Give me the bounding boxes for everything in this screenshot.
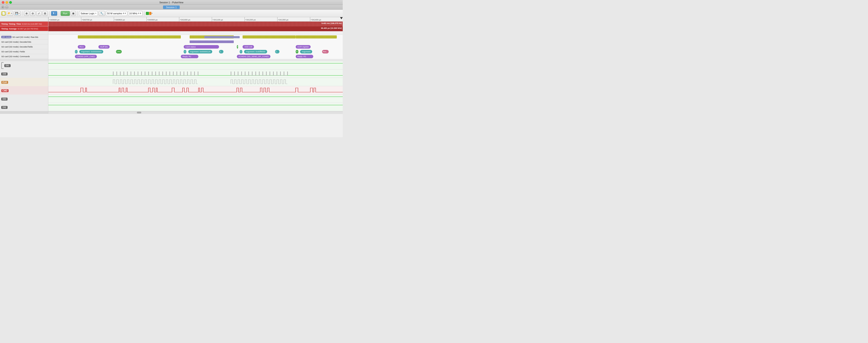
- timing-avg-label: Timing: Average: [1, 28, 17, 30]
- ruler-mark-4: +341000 μs: [180, 19, 190, 21]
- ruler-tick-5: +341100 μs: [212, 17, 223, 22]
- ruler-tick-0: +340600 μs: [48, 17, 59, 22]
- cmd-svg: [48, 86, 343, 94]
- stop-button[interactable]: ▩: [71, 11, 76, 16]
- open-chevron-icon: ▾: [11, 12, 12, 14]
- d02-label-area: D02: [0, 103, 48, 112]
- sdmode-label-area: (SD mode) SD card (SD mode): Raw bits: [0, 35, 48, 39]
- cmd-badge: CMD: [1, 89, 8, 92]
- sample-rate-value: 16 MHz: [129, 12, 137, 15]
- d00-label-area: D00: [0, 69, 48, 78]
- sdmode-fields-label: SD card (SD mode): Decoded fields: [1, 46, 33, 48]
- pill-c3: C: [240, 50, 242, 53]
- d01-bracket: [1, 62, 3, 69]
- sdmode-commands-row: SD card (SD mode): Commands CMD55 (APP_C…: [0, 54, 343, 59]
- zoom-fit-button[interactable]: ⤢: [36, 11, 41, 16]
- cursor-triangle: [340, 17, 343, 19]
- d03-row: D03: [0, 94, 343, 103]
- d02-row: D02: [0, 103, 343, 111]
- session-tab-active[interactable]: Session 1: [163, 5, 180, 9]
- close-session-icon[interactable]: ✕: [1, 6, 4, 9]
- pill-cmd55: CMD55 (APP_CMD): [75, 55, 97, 58]
- sdmode-fields-row: SD card (SD mode): Fields C Argument: 0x…: [0, 49, 343, 54]
- scrollbar-thumb[interactable]: [137, 112, 141, 113]
- d00-row: D00: [0, 69, 343, 78]
- scrollbar-track[interactable]: [48, 112, 343, 114]
- sdmode-commands-label: SD card (SD mode): Commands: [0, 54, 48, 59]
- sample-count-selector[interactable]: 50 M samples ⬆⬇: [106, 11, 127, 16]
- timing-avg-waveform: 96.483 μs (10.365 kHz): [48, 26, 343, 31]
- d03-waveform: [48, 94, 343, 103]
- spacer-label: [0, 31, 48, 34]
- pill-cardstatus: Card status: [184, 45, 219, 49]
- probe-name: Saleae Logic: [81, 12, 95, 15]
- ruler-mark-8: +341400 μs: [311, 19, 321, 21]
- pill-arg4: Argument: [300, 50, 312, 53]
- ruler-mark-6: +341200 μs: [245, 19, 255, 21]
- wrench-icon: 🔧: [100, 12, 103, 15]
- sdmode-fieldsrow-label: SD card (SD mode): Fields: [0, 49, 48, 54]
- toolbar-separator-4: [77, 11, 78, 16]
- save-button-group[interactable]: 💾 ▾: [14, 11, 21, 16]
- ruler-mark-7: +341300 μs: [278, 19, 288, 21]
- maximize-button[interactable]: [9, 1, 12, 4]
- pill-rca: RCA: [78, 45, 86, 49]
- run-button[interactable]: Run: [61, 11, 70, 16]
- probe-selector[interactable]: Saleae Logic ▾: [79, 11, 98, 16]
- sample-rate-selector[interactable]: 16 MHz ⬆⬇: [128, 11, 143, 16]
- pill-r4: R: [296, 50, 298, 53]
- minimize-button[interactable]: [5, 1, 8, 4]
- trigger-orange-icon: [149, 12, 151, 15]
- timing-time-waveform: 9.401 ms (106.375 Hz): [48, 22, 343, 26]
- ruler-mark-1: +340700 μs: [82, 19, 92, 21]
- spacer-2-content: [48, 59, 343, 61]
- timing-label-area: Timing Timing: Time 9.018 ms (110.887 Hz…: [0, 22, 48, 26]
- timing-time-row: Timing Timing: Time 9.018 ms (110.887 Hz…: [0, 22, 343, 26]
- d01-badge: D01: [4, 64, 10, 67]
- sdmode-decoded-label: SD card (SD mode): Decoded bits: [1, 41, 31, 43]
- zoom-out-button[interactable]: ⊖: [30, 11, 35, 16]
- close-button[interactable]: [2, 1, 4, 4]
- spacer-2-label: [0, 59, 48, 61]
- zoom-100-button[interactable]: ⊞: [42, 11, 48, 16]
- save-chevron-icon: ▾: [19, 12, 20, 14]
- open-button-group[interactable]: 📂 ▾: [7, 11, 13, 16]
- spacer-row: [0, 31, 343, 35]
- sdmode-rawbits-waveform: [48, 35, 343, 39]
- timing-avg-right-value: 96.483 μs (10.365 kHz): [321, 27, 342, 29]
- minimize-session-icon[interactable]: —: [5, 6, 8, 9]
- pill-c2b: C...: [219, 50, 223, 53]
- timing-avg-label-area: Timing: Average 92.657 μs (10.793 kHz): [0, 26, 48, 31]
- pill-c3b: C...: [275, 50, 279, 53]
- cursor-tool-button[interactable]: ⬆↕: [51, 11, 57, 16]
- d01-waveform: [48, 61, 343, 69]
- clk-svg: [48, 78, 343, 86]
- pill-arg2: Argument: 0x00000120: [188, 50, 212, 53]
- scrollbar-row: [0, 111, 343, 114]
- d02-badge: D02: [1, 106, 7, 109]
- waveform-ruler: +340600 μs +340700 μs +340800 μs +340900…: [48, 17, 343, 22]
- ruler-tick-4: +341000 μs: [179, 17, 190, 22]
- clk-label-area: CLK: [0, 78, 48, 87]
- spacer-row-2: [0, 59, 343, 61]
- main-area: +340600 μs +340700 μs +340800 μs +340900…: [0, 17, 343, 137]
- new-session-button[interactable]: 📄: [1, 11, 6, 16]
- pill-r3: R: [237, 45, 238, 49]
- d01-svg: [48, 61, 343, 69]
- cmd-row: CMD: [0, 86, 343, 94]
- cmd-waveform: [48, 86, 343, 94]
- ruler-mark-0: +340600 μs: [49, 19, 59, 21]
- content-wrapper: +340600 μs +340700 μs +340800 μs +340900…: [0, 17, 343, 137]
- d02-svg: [48, 103, 343, 111]
- sdmode-rawbits-row: (SD mode) SD card (SD mode): Raw bits: [0, 35, 343, 39]
- trigger-button[interactable]: ▾: [146, 12, 152, 15]
- sdmode-decodedbits-waveform: [48, 39, 343, 45]
- pill-res4: Res...: [322, 50, 329, 53]
- ruler-mark-2: +340800 μs: [115, 19, 125, 21]
- pill-vddvolt: VDD volt: [243, 45, 254, 49]
- probe-settings-button[interactable]: 🔧: [99, 11, 105, 16]
- d02-waveform: [48, 103, 343, 111]
- zoom-in-button[interactable]: ⊕: [24, 11, 29, 16]
- d01-label-area: D01: [0, 61, 48, 70]
- timing-avg-value: 92.657 μs (10.793 kHz): [18, 28, 38, 30]
